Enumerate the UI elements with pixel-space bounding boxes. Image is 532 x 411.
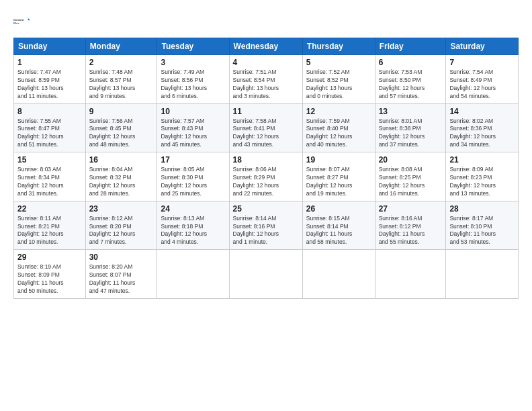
day-info: Sunrise: 7:59 AM Sunset: 8:40 PM Dayligh…: [306, 118, 371, 150]
calendar-cell: 23Sunrise: 8:12 AM Sunset: 8:20 PM Dayli…: [85, 201, 157, 250]
day-info: Sunrise: 8:06 AM Sunset: 8:29 PM Dayligh…: [233, 166, 299, 198]
calendar-header-thursday: Thursday: [302, 38, 375, 55]
calendar-header-friday: Friday: [375, 38, 446, 55]
day-info: Sunrise: 7:47 AM Sunset: 8:59 PM Dayligh…: [17, 68, 82, 101]
day-info: Sunrise: 7:54 AM Sunset: 8:49 PM Dayligh…: [449, 68, 515, 101]
day-number: 14: [449, 107, 515, 116]
logo: GeneralBlue: [13, 12, 32, 31]
day-info: Sunrise: 7:56 AM Sunset: 8:45 PM Dayligh…: [89, 118, 154, 150]
day-number: 21: [449, 155, 515, 165]
day-number: 27: [379, 204, 443, 214]
day-info: Sunrise: 8:17 AM Sunset: 8:10 PM Dayligh…: [449, 215, 515, 247]
day-info: Sunrise: 8:16 AM Sunset: 8:12 PM Dayligh…: [379, 215, 443, 247]
day-info: Sunrise: 7:52 AM Sunset: 8:52 PM Dayligh…: [306, 68, 371, 101]
calendar-cell: 15Sunrise: 8:03 AM Sunset: 8:34 PM Dayli…: [14, 152, 86, 201]
day-info: Sunrise: 8:12 AM Sunset: 8:20 PM Dayligh…: [89, 215, 154, 247]
day-number: 9: [89, 107, 154, 116]
day-info: Sunrise: 8:20 AM Sunset: 8:07 PM Dayligh…: [89, 263, 154, 295]
day-number: 2: [89, 58, 154, 67]
calendar-week-row: 22Sunrise: 8:11 AM Sunset: 8:21 PM Dayli…: [14, 201, 519, 250]
calendar-cell: 5Sunrise: 7:52 AM Sunset: 8:52 PM Daylig…: [302, 55, 375, 104]
calendar-cell: 7Sunrise: 7:54 AM Sunset: 8:49 PM Daylig…: [446, 55, 519, 104]
calendar-header-saturday: Saturday: [446, 38, 519, 55]
calendar-cell: 19Sunrise: 8:07 AM Sunset: 8:27 PM Dayli…: [302, 152, 375, 201]
day-number: 25: [233, 204, 299, 214]
day-info: Sunrise: 8:01 AM Sunset: 8:38 PM Dayligh…: [379, 118, 443, 150]
calendar-cell: 3Sunrise: 7:49 AM Sunset: 8:56 PM Daylig…: [157, 55, 229, 104]
day-info: Sunrise: 8:15 AM Sunset: 8:14 PM Dayligh…: [306, 215, 371, 247]
day-info: Sunrise: 8:14 AM Sunset: 8:16 PM Dayligh…: [233, 215, 299, 247]
day-number: 17: [161, 155, 225, 165]
calendar-header-sunday: Sunday: [14, 38, 86, 55]
day-number: 7: [449, 58, 515, 67]
day-number: 4: [233, 58, 299, 67]
logo-icon: GeneralBlue: [13, 12, 32, 31]
day-info: Sunrise: 8:13 AM Sunset: 8:18 PM Dayligh…: [161, 215, 225, 247]
calendar-cell: 27Sunrise: 8:16 AM Sunset: 8:12 PM Dayli…: [375, 201, 446, 250]
calendar-week-row: 15Sunrise: 8:03 AM Sunset: 8:34 PM Dayli…: [14, 152, 519, 201]
calendar-cell: [375, 250, 446, 299]
calendar-header-row: SundayMondayTuesdayWednesdayThursdayFrid…: [14, 38, 519, 55]
calendar-cell: 1Sunrise: 7:47 AM Sunset: 8:59 PM Daylig…: [14, 55, 86, 104]
day-info: Sunrise: 7:48 AM Sunset: 8:57 PM Dayligh…: [89, 68, 154, 101]
day-number: 8: [17, 107, 82, 116]
calendar-cell: 17Sunrise: 8:05 AM Sunset: 8:30 PM Dayli…: [157, 152, 229, 201]
day-number: 12: [306, 107, 371, 116]
calendar-cell: 9Sunrise: 7:56 AM Sunset: 8:45 PM Daylig…: [85, 103, 157, 152]
day-info: Sunrise: 8:05 AM Sunset: 8:30 PM Dayligh…: [161, 166, 225, 198]
day-info: Sunrise: 8:03 AM Sunset: 8:34 PM Dayligh…: [17, 166, 82, 198]
calendar-cell: 20Sunrise: 8:08 AM Sunset: 8:25 PM Dayli…: [375, 152, 446, 201]
calendar-header-wednesday: Wednesday: [229, 38, 302, 55]
day-number: 6: [379, 58, 443, 67]
calendar-cell: 24Sunrise: 8:13 AM Sunset: 8:18 PM Dayli…: [157, 201, 229, 250]
calendar-cell: 12Sunrise: 7:59 AM Sunset: 8:40 PM Dayli…: [302, 103, 375, 152]
calendar-cell: 8Sunrise: 7:55 AM Sunset: 8:47 PM Daylig…: [14, 103, 86, 152]
day-info: Sunrise: 7:51 AM Sunset: 8:54 PM Dayligh…: [233, 68, 299, 101]
calendar-table: SundayMondayTuesdayWednesdayThursdayFrid…: [13, 38, 519, 299]
day-info: Sunrise: 7:55 AM Sunset: 8:47 PM Dayligh…: [17, 118, 82, 150]
calendar-week-row: 29Sunrise: 8:19 AM Sunset: 8:09 PM Dayli…: [14, 250, 519, 299]
calendar-header-monday: Monday: [85, 38, 157, 55]
calendar-cell: 29Sunrise: 8:19 AM Sunset: 8:09 PM Dayli…: [14, 250, 86, 299]
day-number: 5: [306, 58, 371, 67]
day-number: 24: [161, 204, 225, 214]
calendar-cell: [302, 250, 375, 299]
day-info: Sunrise: 7:49 AM Sunset: 8:56 PM Dayligh…: [161, 68, 225, 101]
day-number: 15: [17, 155, 82, 165]
day-number: 26: [306, 204, 371, 214]
calendar-header-tuesday: Tuesday: [157, 38, 229, 55]
day-info: Sunrise: 8:08 AM Sunset: 8:25 PM Dayligh…: [379, 166, 443, 198]
day-info: Sunrise: 8:11 AM Sunset: 8:21 PM Dayligh…: [17, 215, 82, 247]
calendar-cell: [157, 250, 229, 299]
svg-text:Blue: Blue: [13, 21, 19, 25]
day-number: 29: [17, 253, 82, 262]
day-info: Sunrise: 8:19 AM Sunset: 8:09 PM Dayligh…: [17, 263, 82, 295]
day-number: 28: [449, 204, 515, 214]
calendar-cell: [229, 250, 302, 299]
svg-marker-2: [28, 18, 30, 20]
calendar-cell: 26Sunrise: 8:15 AM Sunset: 8:14 PM Dayli…: [302, 201, 375, 250]
day-info: Sunrise: 7:53 AM Sunset: 8:50 PM Dayligh…: [379, 68, 443, 101]
day-number: 16: [89, 155, 154, 165]
day-info: Sunrise: 8:02 AM Sunset: 8:36 PM Dayligh…: [449, 118, 515, 150]
calendar-cell: 30Sunrise: 8:20 AM Sunset: 8:07 PM Dayli…: [85, 250, 157, 299]
day-number: 30: [89, 253, 154, 262]
calendar-cell: 10Sunrise: 7:57 AM Sunset: 8:43 PM Dayli…: [157, 103, 229, 152]
day-number: 22: [17, 204, 82, 214]
calendar-cell: 21Sunrise: 8:09 AM Sunset: 8:23 PM Dayli…: [446, 152, 519, 201]
day-number: 19: [306, 155, 371, 165]
day-number: 3: [161, 58, 225, 67]
calendar-cell: [446, 250, 519, 299]
day-number: 13: [379, 107, 443, 116]
calendar-cell: 11Sunrise: 7:58 AM Sunset: 8:41 PM Dayli…: [229, 103, 302, 152]
calendar-week-row: 8Sunrise: 7:55 AM Sunset: 8:47 PM Daylig…: [14, 103, 519, 152]
day-number: 23: [89, 204, 154, 214]
page-header: GeneralBlue: [13, 12, 519, 31]
calendar-cell: 6Sunrise: 7:53 AM Sunset: 8:50 PM Daylig…: [375, 55, 446, 104]
day-number: 18: [233, 155, 299, 165]
day-info: Sunrise: 8:07 AM Sunset: 8:27 PM Dayligh…: [306, 166, 371, 198]
calendar-cell: 16Sunrise: 8:04 AM Sunset: 8:32 PM Dayli…: [85, 152, 157, 201]
calendar-cell: 25Sunrise: 8:14 AM Sunset: 8:16 PM Dayli…: [229, 201, 302, 250]
calendar-cell: 14Sunrise: 8:02 AM Sunset: 8:36 PM Dayli…: [446, 103, 519, 152]
calendar-cell: 4Sunrise: 7:51 AM Sunset: 8:54 PM Daylig…: [229, 55, 302, 104]
